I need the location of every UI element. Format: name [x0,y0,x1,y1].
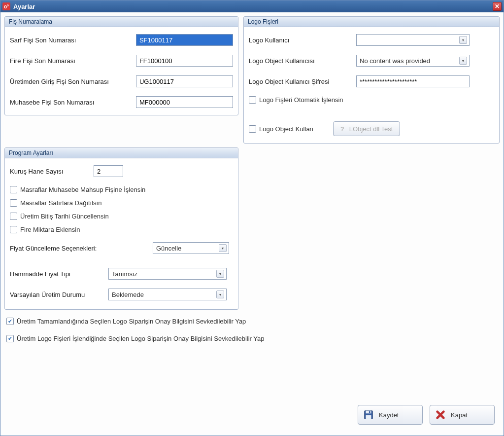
label-fiyat-guncelleme: Fiyat Güncelleme Seçenekleri: [10,245,153,252]
button-lobject-test[interactable]: ? LObject dll Test [333,121,401,136]
panel-logo-fisleri: Logo Fişleri Logo Kullanıcı ▾ Logo Objec… [243,16,500,144]
window-title: Ayarlar [13,3,35,10]
chevron-down-icon: ▾ [459,36,467,44]
svg-rect-2 [366,415,371,419]
svg-rect-1 [366,411,371,414]
input-kurus[interactable] [94,165,123,177]
save-button[interactable]: Kaydet [358,405,423,425]
select-hammadde[interactable]: Tanımsız ▾ [108,268,227,280]
label-hammadde: Hammadde Fiyat Tipi [10,270,108,278]
select-logo-obj-kullanici[interactable]: No content was provided ▾ [356,55,470,67]
label-muhasebe-fis: Muhasebe Fişi Son Numarası [10,99,136,106]
input-sarf-fis[interactable] [136,34,233,46]
chevron-down-icon: ▾ [219,244,227,252]
label-logo-obj-sifre: Logo Object Kullanıcı Şifresi [249,78,356,85]
chevron-down-icon: ▾ [216,291,224,298]
save-icon [363,409,374,420]
checkbox-logo-obj-kullan[interactable] [249,125,256,133]
checkbox-masraf-satir[interactable] [10,199,17,207]
checkbox-uretim-logo-islendiginde[interactable] [6,335,14,342]
chevron-down-icon: ▾ [459,57,467,65]
panel-header-program: Program Ayarları [5,148,238,158]
svg-rect-3 [369,411,370,413]
checkbox-uretim-tamamlandiginda[interactable] [6,318,14,325]
chevron-down-icon: ▾ [216,270,224,278]
checkbox-bitis-tarihi[interactable] [10,213,17,220]
label-logo-obj-kullan: Logo Object Kullan [259,125,313,133]
label-bitis-tarihi: Üretim Bitiş Tarihi Güncellensin [20,213,109,220]
settings-window: o° Ayarlar ✕ Fiş Numaralama Sarf Fişi So… [0,0,504,436]
panel-program-ayarlari: Program Ayarları Kuruş Hane Sayısı Masra… [4,147,238,310]
window-close-button[interactable]: ✕ [493,2,502,11]
label-varsayilan: Varsayılan Üretim Durumu [10,291,108,298]
select-fiyat-guncelleme[interactable]: Güncelle ▾ [153,242,229,254]
label-fire-fis: Fire Fişi Son Numarası [10,57,136,65]
input-logo-obj-sifre[interactable] [356,75,470,87]
label-uretim-fis: Üretimden Giriş Fişi Son Numarası [10,78,136,85]
select-logo-kullanici[interactable]: ▾ [356,34,470,46]
label-uretim-logo-islendiginde: Üretim Logo Fişleri İşlendiğinde Seçilen… [17,335,264,342]
label-uretim-tamamlandiginda: Üretim Tamamlandığında Seçilen Logo Sipa… [17,318,246,325]
checkbox-fire-miktar[interactable] [10,226,17,233]
label-masraf-satir: Masraflar Satırlara Dağıtılsın [20,199,101,207]
label-masraf-muhasebe: Masraflar Muhasebe Mahsup Fişine İşlensi… [20,186,145,193]
label-logo-kullanici: Logo Kullanıcı [249,36,356,44]
input-fire-fis[interactable] [136,55,233,67]
close-button[interactable]: Kapat [430,405,495,425]
label-fire-miktar: Fire Miktara Eklensin [20,226,80,233]
select-varsayilan[interactable]: Beklemede ▾ [108,289,227,300]
checkbox-masraf-muhasebe[interactable] [10,186,17,193]
panel-fis-numaralama: Fiş Numaralama Sarf Fişi Son Numarası Fi… [4,16,238,115]
lower-options: Üretim Tamamlandığında Seçilen Logo Sipa… [4,314,500,352]
titlebar: o° Ayarlar ✕ [0,0,504,12]
app-icon: o° [2,2,10,10]
label-logo-obj-kullanici: Logo Object Kullanıcısı [249,57,356,65]
label-kurus: Kuruş Hane Sayısı [10,168,94,175]
label-sarf-fis: Sarf Fişi Son Numarası [10,36,136,44]
input-muhasebe-fis[interactable] [136,96,233,108]
close-icon [435,409,446,420]
label-logo-auto: Logo Fişleri Otomatik İşlensin [259,96,343,104]
footer-buttons: Kaydet Kapat [4,402,500,432]
checkbox-logo-auto[interactable] [249,96,256,104]
panel-header-logo: Logo Fişleri [244,17,499,27]
input-uretim-fis[interactable] [136,75,233,87]
panel-header-fis: Fiş Numaralama [5,17,238,27]
help-icon: ? [340,125,344,133]
